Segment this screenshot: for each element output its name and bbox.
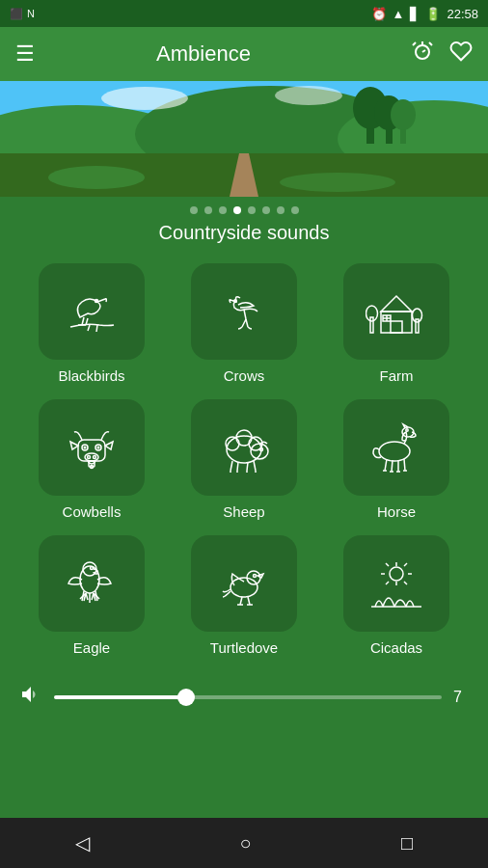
alarm-button[interactable] xyxy=(411,40,434,68)
speaker-icon xyxy=(19,683,42,706)
svg-point-17 xyxy=(275,86,342,105)
svg-line-60 xyxy=(392,460,393,472)
img-icon: ⬛ xyxy=(10,8,23,20)
status-left-icons: ⬛ N xyxy=(10,8,35,20)
svg-point-31 xyxy=(413,309,422,322)
svg-point-15 xyxy=(280,173,395,192)
cicadas-label: Cicadas xyxy=(370,639,422,656)
sound-grid: Blackbirds Crows xyxy=(0,263,488,656)
alarm-icon xyxy=(411,40,434,63)
svg-line-50 xyxy=(247,462,248,471)
sound-item-farm[interactable]: Farm xyxy=(328,263,465,384)
svg-line-77 xyxy=(404,582,407,584)
page-indicators xyxy=(0,197,488,222)
sound-item-cicadas[interactable]: Cicadas xyxy=(328,535,465,656)
svg-point-16 xyxy=(101,87,188,110)
svg-rect-28 xyxy=(370,317,373,333)
turtledove-icon-box xyxy=(191,535,297,632)
blackbirds-label: Blackbirds xyxy=(58,367,124,384)
farm-icon-box xyxy=(343,263,449,360)
svg-point-36 xyxy=(97,447,100,449)
svg-line-49 xyxy=(237,462,238,471)
sound-item-horse[interactable]: Horse xyxy=(328,399,465,520)
volume-icon xyxy=(19,683,42,712)
svg-point-58 xyxy=(406,429,408,431)
horse-icon-box xyxy=(343,399,449,496)
svg-marker-23 xyxy=(381,296,412,312)
blackbird-icon xyxy=(61,281,122,342)
cowbells-label: Cowbells xyxy=(63,503,122,520)
dot-7[interactable] xyxy=(277,206,285,214)
crow-icon xyxy=(213,281,275,342)
sheep-icon xyxy=(213,417,275,478)
crows-icon-box xyxy=(191,263,297,360)
eagle-icon xyxy=(61,553,122,614)
svg-point-12 xyxy=(391,99,416,130)
wifi-icon: ▲ xyxy=(393,7,405,21)
section-title: Countryside sounds xyxy=(0,222,488,244)
sound-item-blackbirds[interactable]: Blackbirds xyxy=(23,263,160,384)
crows-label: Crows xyxy=(224,367,265,384)
sound-item-cowbells[interactable]: Cowbells xyxy=(23,399,160,520)
hero-banner xyxy=(0,81,488,197)
volume-slider[interactable] xyxy=(54,695,442,699)
svg-line-78 xyxy=(404,563,407,566)
sound-item-crows[interactable]: Crows xyxy=(176,263,312,384)
turtledove-label: Turtledove xyxy=(210,639,278,656)
svg-point-14 xyxy=(48,166,145,189)
eagle-label: Eagle xyxy=(73,639,110,656)
horse-icon xyxy=(366,417,427,478)
heart-icon xyxy=(449,40,473,63)
nav-bar: ◁ ○ □ xyxy=(0,818,488,868)
svg-line-19 xyxy=(82,317,84,325)
dot-8[interactable] xyxy=(291,206,299,214)
sound-item-sheep[interactable]: Sheep xyxy=(176,399,312,520)
top-bar-actions xyxy=(411,40,473,68)
home-button[interactable]: ○ xyxy=(239,832,251,854)
svg-line-48 xyxy=(230,461,232,471)
horse-label: Horse xyxy=(377,503,416,520)
svg-line-51 xyxy=(254,461,256,471)
sound-item-turtledove[interactable]: Turtledove xyxy=(176,535,312,656)
svg-line-59 xyxy=(385,459,387,471)
hero-landscape xyxy=(0,81,488,197)
time-display: 22:58 xyxy=(447,7,478,21)
signal-icon: ▋ xyxy=(410,7,420,21)
nfc-icon: N xyxy=(27,8,35,19)
status-bar: ⬛ N ⏰ ▲ ▋ 🔋 22:58 xyxy=(0,0,488,27)
dot-5[interactable] xyxy=(248,206,256,214)
svg-point-35 xyxy=(84,447,87,449)
svg-line-70 xyxy=(248,597,250,605)
volume-value: 7 xyxy=(453,689,469,706)
dot-1[interactable] xyxy=(190,206,198,214)
back-button[interactable]: ◁ xyxy=(75,831,90,854)
sound-item-eagle[interactable]: Eagle xyxy=(23,535,160,656)
cowbells-icon-box xyxy=(39,399,145,496)
app-title: Ambience xyxy=(0,41,411,67)
svg-point-71 xyxy=(390,567,403,581)
svg-point-39 xyxy=(94,456,96,459)
svg-point-68 xyxy=(254,575,257,578)
dot-2[interactable] xyxy=(204,206,212,214)
svg-point-66 xyxy=(230,578,258,597)
svg-line-79 xyxy=(386,582,389,584)
turtledove-icon xyxy=(213,553,275,614)
volume-control: 7 xyxy=(0,656,488,727)
svg-point-65 xyxy=(91,567,94,570)
favorite-button[interactable] xyxy=(449,40,473,68)
sheep-label: Sheep xyxy=(223,503,264,520)
svg-point-21 xyxy=(234,300,236,302)
svg-point-56 xyxy=(379,442,410,461)
svg-line-62 xyxy=(404,459,405,471)
cow-icon xyxy=(61,417,122,478)
svg-line-69 xyxy=(240,597,242,605)
dot-4[interactable] xyxy=(233,206,241,214)
blackbirds-icon-box xyxy=(39,263,145,360)
dot-6[interactable] xyxy=(262,206,270,214)
status-right-icons: ⏰ ▲ ▋ 🔋 22:58 xyxy=(371,7,478,21)
farm-label: Farm xyxy=(380,367,414,384)
recents-button[interactable]: □ xyxy=(401,832,413,854)
battery-icon: 🔋 xyxy=(425,7,441,21)
dot-3[interactable] xyxy=(219,206,227,214)
farm-icon xyxy=(366,281,427,342)
